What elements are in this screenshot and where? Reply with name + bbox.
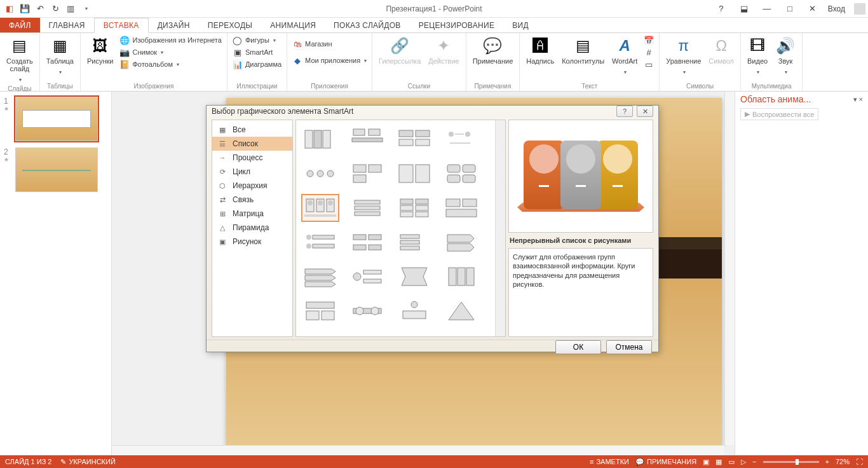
table-button[interactable]: ▦Таблица bbox=[44, 34, 76, 78]
tab-transitions[interactable]: ПЕРЕХОДЫ bbox=[199, 18, 261, 32]
header-footer-button[interactable]: ▤Колонтитулы bbox=[559, 34, 607, 66]
close-icon[interactable]: ✕ bbox=[805, 3, 820, 15]
hyperlink-button[interactable]: 🔗Гиперссылка bbox=[376, 34, 423, 66]
smartart-button[interactable]: ▣SmartArt bbox=[231, 46, 283, 58]
smartart-item[interactable] bbox=[348, 160, 386, 188]
tab-insert[interactable]: ВСТАВКА bbox=[94, 18, 149, 33]
avatar[interactable] bbox=[854, 3, 865, 15]
smartart-item[interactable] bbox=[301, 228, 339, 256]
qat-customize-icon[interactable] bbox=[79, 2, 93, 16]
smartart-item[interactable] bbox=[442, 297, 480, 325]
shapes-button[interactable]: ◯Фигуры bbox=[231, 34, 283, 46]
ribbon-display-icon[interactable]: ⬓ bbox=[736, 3, 752, 15]
photo-album-button[interactable]: 📔Фотоальбом bbox=[118, 59, 222, 70]
cat-cycle[interactable]: ⟳Цикл bbox=[212, 165, 292, 179]
pictures-button[interactable]: 🖼Рисунки bbox=[85, 34, 116, 66]
store-button[interactable]: 🛍Магазин bbox=[291, 38, 368, 50]
smartart-item[interactable] bbox=[348, 263, 386, 291]
normal-view-icon[interactable]: ▣ bbox=[703, 458, 709, 466]
smartart-item[interactable] bbox=[395, 297, 433, 325]
horizontal-scrollbar[interactable] bbox=[112, 445, 724, 455]
slide-thumb-2[interactable]: 2★ bbox=[4, 148, 107, 192]
save-icon[interactable]: 💾 bbox=[18, 2, 32, 16]
cancel-button[interactable]: Отмена bbox=[606, 340, 652, 354]
smartart-item[interactable] bbox=[301, 263, 339, 291]
fit-to-window-icon[interactable]: ⛶ bbox=[856, 458, 863, 465]
slide-sorter-icon[interactable]: ▦ bbox=[715, 458, 722, 466]
minimize-icon[interactable]: — bbox=[759, 3, 775, 15]
help-icon[interactable]: ? bbox=[714, 3, 729, 15]
tab-review[interactable]: РЕЦЕНЗИРОВАНИЕ bbox=[410, 18, 504, 32]
action-button[interactable]: ✦Действие bbox=[426, 34, 461, 66]
smartart-item[interactable] bbox=[301, 125, 339, 153]
screenshot-button[interactable]: 📷Снимок bbox=[118, 46, 222, 58]
cat-picture[interactable]: ▣Рисунок bbox=[212, 235, 292, 249]
zoom-in-icon[interactable]: + bbox=[825, 458, 829, 465]
smartart-item[interactable] bbox=[348, 194, 386, 222]
new-slide-button[interactable]: ▤Создать слайд bbox=[4, 34, 36, 85]
zoom-level[interactable]: 72% bbox=[836, 458, 850, 465]
app-icon[interactable]: ◧ bbox=[3, 2, 17, 16]
undo-icon[interactable]: ↶ bbox=[33, 2, 47, 16]
chart-button[interactable]: 📊Диаграмма bbox=[231, 59, 283, 70]
textbox-button[interactable]: 🅰Надпись bbox=[524, 34, 557, 66]
maximize-icon[interactable]: □ bbox=[782, 3, 797, 15]
cat-relationship[interactable]: ⇄Связь bbox=[212, 193, 292, 207]
play-all-button[interactable]: ▶Воспроизвести все bbox=[740, 108, 818, 120]
tab-animations[interactable]: АНИМАЦИЯ bbox=[261, 18, 325, 32]
object-button[interactable]: ▭ bbox=[642, 59, 655, 70]
grid-scrollbar[interactable] bbox=[495, 120, 505, 336]
cat-process[interactable]: →Процесс bbox=[212, 151, 292, 165]
smartart-item[interactable] bbox=[442, 228, 480, 256]
smartart-item[interactable] bbox=[395, 194, 433, 222]
zoom-slider[interactable] bbox=[763, 461, 819, 463]
online-pictures-button[interactable]: 🌐Изображения из Интернета bbox=[118, 34, 222, 46]
smartart-item[interactable] bbox=[442, 194, 480, 222]
date-time-button[interactable]: 📅 bbox=[642, 34, 655, 46]
smartart-item[interactable] bbox=[395, 160, 433, 188]
tab-slideshow[interactable]: ПОКАЗ СЛАЙДОВ bbox=[325, 18, 410, 32]
cat-matrix[interactable]: ⊞Матрица bbox=[212, 207, 292, 221]
comments-button[interactable]: 💬ПРИМЕЧАНИЯ bbox=[635, 458, 696, 466]
smartart-item[interactable] bbox=[348, 125, 386, 153]
cat-all[interactable]: ▦Все bbox=[212, 123, 292, 137]
slide-number-button[interactable]: # bbox=[642, 46, 655, 58]
dialog-help-icon[interactable]: ? bbox=[616, 106, 633, 117]
smartart-item[interactable] bbox=[395, 125, 433, 153]
smartart-item[interactable] bbox=[301, 160, 339, 188]
sign-in-label[interactable]: Вход bbox=[828, 4, 845, 13]
smartart-item[interactable] bbox=[348, 228, 386, 256]
pane-close-icon[interactable]: ▾ × bbox=[853, 95, 863, 104]
smartart-item[interactable] bbox=[395, 228, 433, 256]
start-from-beginning-icon[interactable]: ▥ bbox=[64, 2, 78, 16]
smartart-item[interactable] bbox=[442, 125, 480, 153]
audio-button[interactable]: 🔊Звук bbox=[773, 34, 798, 78]
redo-icon[interactable]: ↻ bbox=[48, 2, 62, 16]
notes-button[interactable]: ≡ЗАМЕТКИ bbox=[590, 458, 629, 465]
tab-view[interactable]: ВИД bbox=[503, 18, 538, 32]
slide-counter[interactable]: СЛАЙД 1 ИЗ 2 bbox=[5, 458, 51, 465]
smartart-item[interactable] bbox=[442, 160, 480, 188]
smartart-item[interactable] bbox=[442, 263, 480, 291]
my-apps-button[interactable]: ◆Мои приложения bbox=[291, 55, 368, 66]
symbol-button[interactable]: ΩСимвол bbox=[706, 34, 736, 66]
tab-home[interactable]: ГЛАВНАЯ bbox=[40, 18, 94, 32]
dialog-close-icon[interactable]: ✕ bbox=[637, 106, 653, 117]
smartart-item[interactable] bbox=[348, 297, 386, 325]
comment-button[interactable]: 💬Примечание bbox=[470, 34, 516, 66]
smartart-item[interactable] bbox=[395, 263, 433, 291]
tab-design[interactable]: ДИЗАЙН bbox=[149, 18, 199, 32]
equation-button[interactable]: πУравнение bbox=[663, 34, 703, 78]
zoom-out-icon[interactable]: − bbox=[752, 458, 756, 465]
cat-list[interactable]: ☰Список bbox=[212, 137, 292, 151]
smartart-item[interactable] bbox=[301, 297, 339, 325]
ok-button[interactable]: ОК bbox=[555, 340, 601, 354]
video-button[interactable]: 🎞Видео bbox=[745, 34, 770, 78]
slideshow-view-icon[interactable]: ▷ bbox=[741, 458, 746, 466]
tab-file[interactable]: ФАЙЛ bbox=[0, 18, 40, 32]
smartart-item-selected[interactable] bbox=[301, 194, 339, 222]
cat-pyramid[interactable]: △Пирамида bbox=[212, 221, 292, 235]
cat-hierarchy[interactable]: ⬡Иерархия bbox=[212, 179, 292, 193]
language-button[interactable]: ✎УКРАИНСКИЙ bbox=[60, 458, 115, 466]
wordart-button[interactable]: AWordArt bbox=[609, 34, 640, 78]
